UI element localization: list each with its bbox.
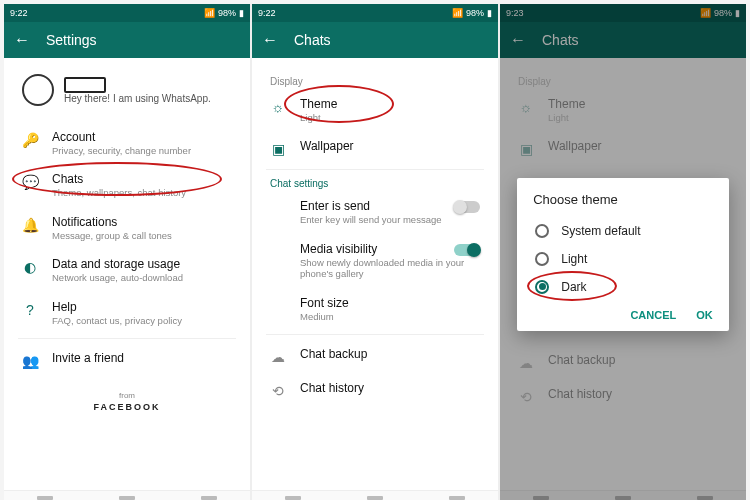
item-label: Media visibility [300,242,480,256]
item-sub: Show newly downloaded media in your phon… [300,257,480,280]
section-display: Display [270,76,484,87]
item-media-visibility[interactable]: Media visibility Show newly downloaded m… [266,234,484,288]
radio-icon [535,252,549,266]
item-label: Chat backup [300,347,367,361]
cancel-button[interactable]: CANCEL [630,309,676,321]
item-account[interactable]: 🔑 Account Privacy, security, change numb… [18,122,236,164]
item-data-usage[interactable]: ◐ Data and storage usage Network usage, … [18,249,236,291]
radio-label: Light [561,252,587,266]
item-sub: Medium [300,311,349,322]
signal-icon: 📶 [204,8,215,18]
footer-brand: FACEBOOK [18,402,236,412]
item-sub: Network usage, auto-download [52,272,183,283]
key-icon: 🔑 [22,132,38,148]
phone-settings: 9:22 📶 98% ▮ ← Settings Hey there! I am … [4,4,250,500]
signal-icon: 📶 [452,8,463,18]
item-label: Enter is send [300,199,442,213]
android-nav-bar [4,490,250,500]
battery-pct: 98% [466,8,484,18]
app-bar: ← Settings [4,22,250,58]
clock: 9:22 [258,8,276,18]
brightness-icon: ☼ [270,99,286,115]
data-icon: ◐ [22,259,38,275]
status-bar: 9:22 📶 98% ▮ [252,4,498,22]
phone-chats: 9:22 📶 98% ▮ ← Chats Display ☼ Theme Lig… [252,4,498,500]
android-nav-bar [252,490,498,500]
people-icon: 👥 [22,353,38,369]
toggle-enter-send[interactable] [454,201,480,213]
battery-pct: 98% [218,8,236,18]
toggle-media-visibility[interactable] [454,244,480,256]
item-label: Wallpaper [300,139,354,153]
radio-light[interactable]: Light [533,245,713,273]
item-sub: Theme, wallpapers, chat history [52,187,186,198]
item-font-size[interactable]: Font size Medium [266,288,484,330]
wallpaper-icon: ▣ [270,141,286,157]
item-chat-history[interactable]: ⟲ Chat history [266,373,484,407]
avatar [22,74,54,106]
app-bar: ← Chats [252,22,498,58]
dialog-title: Choose theme [533,192,713,207]
item-label: Data and storage usage [52,257,183,271]
item-label: Help [52,300,182,314]
clock: 9:22 [10,8,28,18]
profile-row[interactable]: Hey there! I am using WhatsApp. [22,74,236,106]
modal-overlay[interactable]: Choose theme System default Light Dark C… [500,4,746,500]
divider [18,338,236,339]
profile-status: Hey there! I am using WhatsApp. [64,93,211,104]
ok-button[interactable]: OK [696,309,713,321]
item-label: Chats [52,172,186,186]
profile-name-redacted [64,77,106,93]
item-invite[interactable]: 👥 Invite a friend [18,343,236,377]
radio-dark[interactable]: Dark [533,273,713,301]
item-wallpaper[interactable]: ▣ Wallpaper [266,131,484,165]
footer-from: from [18,391,236,400]
page-title: Chats [294,32,331,48]
item-theme[interactable]: ☼ Theme Light [266,89,484,131]
section-chat-settings: Chat settings [270,178,484,189]
item-chats[interactable]: 💬 Chats Theme, wallpapers, chat history [18,164,236,206]
item-help[interactable]: ? Help FAQ, contact us, privacy policy [18,292,236,334]
item-label: Font size [300,296,349,310]
page-title: Settings [46,32,97,48]
three-screenshot-row: 9:22 📶 98% ▮ ← Settings Hey there! I am … [4,4,746,500]
back-icon[interactable]: ← [262,31,278,49]
item-label: Account [52,130,191,144]
divider [266,334,484,335]
item-label: Notifications [52,215,172,229]
radio-label: System default [561,224,640,238]
footer: from FACEBOOK [18,391,236,412]
help-icon: ? [22,302,38,318]
item-sub: Light [300,112,337,123]
battery-icon: ▮ [487,8,492,18]
item-sub: Message, group & call tones [52,230,172,241]
item-label: Chat history [300,381,364,395]
item-chat-backup[interactable]: ☁ Chat backup [266,339,484,373]
radio-label: Dark [561,280,586,294]
item-sub: Enter key will send your message [300,214,442,225]
item-sub: FAQ, contact us, privacy policy [52,315,182,326]
item-notifications[interactable]: 🔔 Notifications Message, group & call to… [18,207,236,249]
item-sub: Privacy, security, change number [52,145,191,156]
radio-icon [535,280,549,294]
divider [266,169,484,170]
item-label: Invite a friend [52,351,124,365]
battery-icon: ▮ [239,8,244,18]
radio-system-default[interactable]: System default [533,217,713,245]
radio-icon [535,224,549,238]
item-enter-send[interactable]: Enter is send Enter key will send your m… [266,191,484,233]
phone-theme-dialog: 9:23 📶 98% ▮ ← Chats Display ☼ Theme Lig… [500,4,746,500]
cloud-icon: ☁ [270,349,286,365]
status-bar: 9:22 📶 98% ▮ [4,4,250,22]
back-icon[interactable]: ← [14,31,30,49]
theme-dialog: Choose theme System default Light Dark C… [517,178,729,331]
chat-icon: 💬 [22,174,38,190]
bell-icon: 🔔 [22,217,38,233]
item-label: Theme [300,97,337,111]
history-icon: ⟲ [270,383,286,399]
